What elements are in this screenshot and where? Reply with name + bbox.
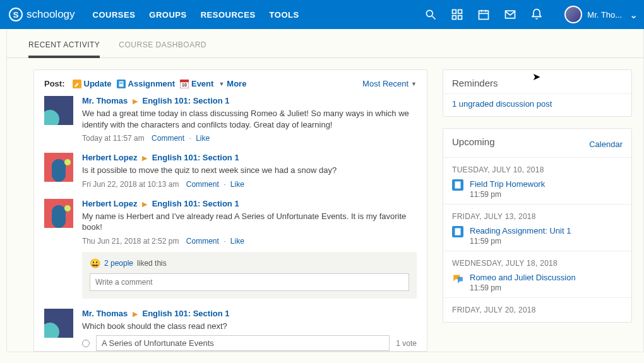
poll-vote-count: 1 vote (396, 339, 417, 348)
avatar[interactable] (44, 199, 73, 228)
feed-item: Herbert Lopez ▶ English 101: Section 1 M… (44, 199, 417, 299)
post-bar: Post: Update Assignment 10 Event ▼ More … (44, 79, 417, 88)
upcoming-event: Field Trip Homework 11:59 pm (452, 179, 623, 199)
svg-rect-4 (453, 16, 456, 20)
course-link[interactable]: English 101: Section 1 (143, 309, 230, 318)
svg-point-0 (427, 10, 433, 16)
tab-course-dashboard[interactable]: COURSE DASHBOARD (119, 40, 206, 57)
svg-rect-6 (479, 11, 489, 19)
poll-radio[interactable] (82, 340, 90, 347)
arrow-icon: ▶ (142, 200, 147, 208)
upcoming-event: Romeo and Juliet Discussion 11:59 pm (452, 273, 623, 292)
svg-rect-23 (455, 228, 461, 235)
smiley-icon: 😀 (90, 258, 100, 268)
feed-text: My name is Herbert and I've already read… (82, 211, 417, 233)
sidebar: Reminders 1 ungraded discussion post Upc… (443, 69, 632, 352)
assignment-icon (452, 226, 463, 237)
feed-item: Herbert Lopez ▶ English 101: Section 1 I… (44, 153, 417, 189)
feed-text: We had a great time today in class discu… (82, 108, 417, 130)
svg-rect-5 (458, 16, 462, 20)
like-action[interactable]: Like (196, 134, 210, 143)
tabs: RECENT ACTIVITY COURSE DASHBOARD (7, 29, 643, 58)
nav-tools[interactable]: TOOLS (270, 10, 299, 20)
avatar[interactable] (44, 309, 73, 338)
nav-groups[interactable]: GROUPS (149, 10, 186, 20)
course-link[interactable]: English 101: Section 1 (152, 199, 239, 208)
dropdown-icon: ▼ (218, 81, 224, 87)
timestamp: Today at 11:57 am (82, 134, 145, 143)
feed-meta: Today at 11:57 am Comment · Like (82, 134, 417, 143)
search-icon[interactable] (424, 8, 437, 21)
event-link[interactable]: Romeo and Juliet Discussion (470, 273, 576, 282)
like-action[interactable]: Like (230, 237, 244, 246)
arrow-icon: ▶ (133, 97, 138, 105)
comment-action[interactable]: Comment (152, 134, 184, 143)
comment-input[interactable] (90, 273, 409, 291)
avatar (564, 6, 582, 23)
course-link[interactable]: English 101: Section 1 (143, 96, 230, 105)
author-link[interactable]: Mr. Thomas (82, 309, 128, 318)
poll-option[interactable]: A Series of Unfortunate Events (96, 335, 390, 351)
reminders-panel: Reminders 1 ungraded discussion post (443, 69, 632, 117)
like-action[interactable]: Like (230, 180, 244, 189)
mail-icon[interactable] (504, 8, 516, 21)
nav-resources[interactable]: RESOURCES (201, 10, 256, 20)
tab-recent-activity[interactable]: RECENT ACTIVITY (28, 40, 100, 58)
main-panel: Post: Update Assignment 10 Event ▼ More … (33, 69, 427, 352)
author-link[interactable]: Mr. Thomas (82, 96, 128, 105)
topbar: S schoology COURSES GROUPS RESOURCES TOO… (0, 0, 644, 29)
likers-link[interactable]: 2 people (104, 259, 133, 268)
poll-option-row: A Series of Unfortunate Events 1 vote (82, 335, 417, 351)
author-link[interactable]: Herbert Lopez (82, 153, 137, 162)
likes-summary: 😀 2 people liked this (90, 258, 409, 268)
course-link[interactable]: English 101: Section 1 (152, 153, 239, 162)
discussion-icon (452, 273, 463, 284)
sort-most-recent[interactable]: Most Recent ▼ (362, 79, 417, 88)
timestamp: Fri Jun 22, 2018 at 10:13 am (82, 180, 179, 189)
event-link[interactable]: Field Trip Homework (470, 179, 545, 189)
reminder-link[interactable]: 1 ungraded discussion post (452, 99, 552, 109)
upcoming-title: Upcoming (452, 136, 495, 147)
calendar-icon[interactable] (477, 8, 490, 21)
calendar-link[interactable]: Calendar (589, 140, 623, 149)
nav-courses[interactable]: COURSES (93, 10, 136, 20)
apps-icon[interactable] (451, 8, 463, 21)
post-more[interactable]: ▼ More (218, 79, 246, 88)
logo[interactable]: S schoology (9, 8, 75, 21)
svg-text:10: 10 (182, 83, 187, 87)
comment-action[interactable]: Comment (186, 180, 219, 189)
assignment-icon (452, 179, 463, 191)
post-event[interactable]: 10 Event (180, 79, 213, 88)
liked-suffix: liked this (137, 259, 167, 268)
upcoming-event: Reading Assignment: Unit 1 11:59 pm (452, 226, 623, 246)
event-time: 11:59 pm (470, 237, 571, 246)
bell-icon[interactable] (530, 8, 543, 21)
feed-item: Mr. Thomas ▶ English 101: Section 1 Whic… (44, 309, 417, 352)
top-icons: Mr. Tho... ⌄ (424, 6, 638, 23)
upcoming-panel: Upcoming Calendar TUESDAY, JULY 10, 2018… (443, 128, 632, 323)
arrow-icon: ▶ (133, 310, 138, 318)
author-link[interactable]: Herbert Lopez (82, 199, 137, 208)
primary-nav: COURSES GROUPS RESOURCES TOOLS (93, 10, 299, 20)
avatar[interactable] (44, 153, 73, 182)
chevron-down-icon: ⌄ (629, 9, 638, 21)
user-name: Mr. Tho... (587, 10, 622, 20)
feed-meta: Fri Jun 22, 2018 at 10:13 am Comment · L… (82, 180, 417, 189)
avatar[interactable] (44, 96, 73, 125)
feed-text: Is it possible to move the quiz to next … (82, 165, 417, 176)
timestamp: Thu Jun 21, 2018 at 2:52 pm (82, 237, 179, 246)
event-link[interactable]: Reading Assignment: Unit 1 (470, 226, 571, 235)
feed-meta: Thu Jun 21, 2018 at 2:52 pm Comment · Li… (82, 237, 417, 246)
post-assignment[interactable]: Assignment (117, 79, 175, 88)
feed-text: Which book should the class read next? (82, 321, 417, 332)
logo-icon: S (9, 8, 23, 21)
post-update[interactable]: Update (73, 79, 112, 88)
upcoming-date: TUESDAY, JULY 10, 2018 (452, 165, 623, 174)
comment-action[interactable]: Comment (186, 237, 219, 246)
arrow-icon: ▶ (142, 154, 147, 162)
dropdown-icon: ▼ (411, 81, 417, 87)
post-label: Post: (44, 79, 65, 88)
upcoming-date: FRIDAY, JULY 13, 2018 (452, 212, 623, 221)
svg-rect-2 (453, 10, 456, 14)
user-menu[interactable]: Mr. Tho... ⌄ (564, 6, 638, 23)
